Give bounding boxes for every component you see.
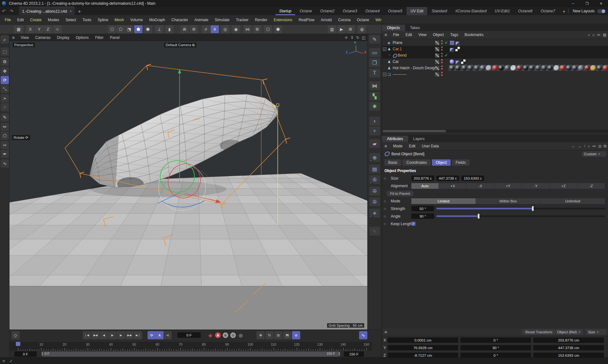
symmetry-button[interactable]: ⋈ [244,25,252,33]
tab-attributes[interactable]: Attributes [382,136,408,142]
menu-character[interactable]: Character [168,18,191,22]
go-end-button[interactable]: ▶❘ [134,331,142,339]
tab-objects[interactable]: Objects [382,25,405,31]
reset-transform-button[interactable]: Reset Transform [522,329,556,335]
maximize-button[interactable]: ❐ [580,0,594,7]
range-slider[interactable]: 0 F 150 F [41,351,340,357]
close-document-icon[interactable]: × [69,9,72,14]
layout-tab--corona-standard[interactable]: #Corona-Standard [452,7,491,15]
material-swatch[interactable] [473,65,479,71]
text-spline-icon[interactable]: T [369,69,380,77]
objects-menu-tags[interactable]: Tags [447,33,461,37]
material-swatch[interactable] [566,65,572,71]
layout-tab-octane5[interactable]: Octane5 [384,7,406,15]
mode-model-button[interactable]: ⬠ [108,25,116,33]
strength-slider[interactable] [436,208,605,209]
sky-icon[interactable]: ⊕ST [369,153,380,162]
range-start-field[interactable]: 0 F [14,351,37,357]
material-swatch[interactable] [547,65,553,71]
rotation-x-field[interactable]: 0 ° [460,337,531,343]
angle-slider[interactable] [436,215,605,217]
section-tab-fields[interactable]: Fields [452,159,470,166]
object-rel-dropdown[interactable]: Object (Rel)▾ [555,329,583,335]
comp-tag-icon[interactable] [455,47,460,51]
material-swatch[interactable] [559,65,565,71]
project-icon[interactable]: ⧉ [274,331,282,339]
home-icon[interactable]: ⌂ [592,33,594,37]
grid-snap-button[interactable]: # [211,25,219,33]
back-icon[interactable]: ← [572,144,575,148]
material-swatch[interactable] [492,65,498,71]
new-document-button[interactable]: + [78,9,81,14]
viewport-menu-filter[interactable]: Filter [92,35,106,40]
symmetry-settings-button[interactable]: ⚙ [253,25,261,33]
octane-live-viewer-button[interactable]: ◍ [358,25,366,33]
size-x-field[interactable]: 203.8776 c [411,176,434,181]
phong-tag-icon[interactable] [455,41,460,46]
lock-y-button[interactable]: Y [35,25,43,33]
autokey-button[interactable]: A [214,331,222,339]
dolly-icon[interactable]: ⇕ [351,35,354,40]
sound-button[interactable]: ⊲ [163,331,172,339]
null-object-icon[interactable]: ⌖ [369,126,380,135]
next-key-button[interactable]: ▶◆ [125,331,134,339]
popout-icon[interactable]: ⧉ [604,144,606,148]
pan-icon[interactable]: ✛ [345,35,348,40]
strength-field[interactable]: 50 ° [411,206,434,211]
comp-tag-icon[interactable] [461,59,466,64]
alignment-option-+x[interactable]: +X [439,183,466,189]
playhead[interactable] [16,342,20,346]
material-swatch[interactable] [572,65,578,71]
menu-tools[interactable]: Tools [79,18,94,22]
visibility-dot[interactable] [441,40,443,42]
viewport-3d-canvas[interactable]: Perspective Default Camera ⧉ Rotate ⟳ Gr… [10,41,367,330]
mat-tag-icon[interactable] [450,59,454,64]
material-swatch[interactable] [504,65,510,71]
camera2-icon[interactable]: ✇ [369,197,380,206]
field-icon[interactable]: ▰ [369,139,380,148]
list-icon[interactable]: ▤ [603,33,606,37]
record-keyframe-button[interactable]: ◈ [206,331,214,339]
minimize-button[interactable]: ─ [566,0,580,7]
material-swatch[interactable] [449,65,455,71]
layout-tab-octane7[interactable]: Octane7 [537,7,559,15]
layout-tab-startup[interactable]: Startup [276,7,295,15]
mode-option-limited[interactable]: Limited [411,198,476,204]
octane-ipr-button[interactable]: ⬢ [274,25,282,33]
menu-file[interactable]: File [2,18,14,22]
snap-settings-button[interactable]: ⚙ [190,25,198,33]
filter-icon[interactable]: ≔ [592,144,596,148]
layout-tab-octane6[interactable]: Octane6 [514,7,536,15]
menu-edit[interactable]: Edit [14,18,27,22]
layout-tab-octane4[interactable]: Octane4 [362,7,383,15]
visibility-dot[interactable] [441,49,443,51]
up-icon[interactable]: ↑ [584,144,586,148]
snap-off-button[interactable]: ⊘ [292,331,300,339]
rectangle-spline-icon[interactable]: ▭ [369,48,380,57]
tab-layers[interactable]: Layers [408,136,430,142]
layout-tab-octane2[interactable]: Octane2 [316,7,338,15]
render-settings-button[interactable]: ⚙ [346,25,355,33]
uvgrid-tag-icon[interactable] [450,40,454,45]
search-icon[interactable]: ⌕ [588,144,590,148]
material-swatch[interactable] [479,65,485,71]
orbit-icon[interactable]: ↻ [356,35,359,40]
transfer-tool[interactable]: ➣ [1,94,9,102]
close-button[interactable]: ✕ [594,0,608,7]
light-icon[interactable]: ☀ST [369,209,380,218]
visibility-dot[interactable] [441,68,443,70]
material-swatch[interactable] [467,65,473,71]
attributes-menu-mode[interactable]: Mode [390,144,405,148]
section-tab-object[interactable]: Object [432,159,451,166]
material-swatch[interactable] [596,65,602,71]
live-selection-tool[interactable]: ⌕ [1,35,9,44]
size-y-field[interactable]: 447.3738 c [436,176,459,181]
fcurve-button[interactable]: ∿ [359,331,367,339]
scale-y-field[interactable]: 447.3738 cm [533,345,604,350]
rectangle-selection-tool[interactable]: ⬚ [1,47,9,56]
alignment-option--z[interactable]: -Z [578,183,605,189]
fit-to-parent-button[interactable]: Fit to Parent [386,191,414,196]
menu-octane[interactable]: Octane [354,18,372,22]
visibility-dot[interactable] [441,53,443,54]
visibility-dot[interactable] [441,65,443,67]
